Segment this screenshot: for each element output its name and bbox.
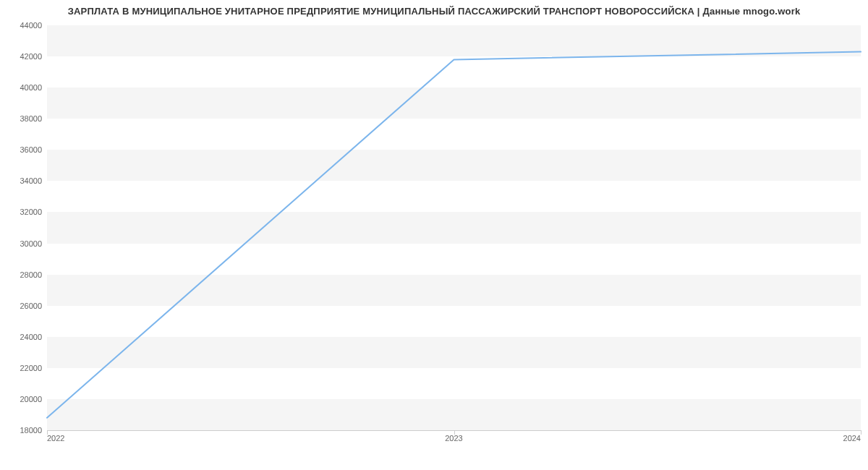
chart-container: ЗАРПЛАТА В МУНИЦИПАЛЬНОЕ УНИТАРНОЕ ПРЕДП…	[0, 0, 868, 470]
series-line	[47, 52, 861, 418]
y-tick-label: 40000	[6, 83, 42, 92]
plot-area	[47, 25, 861, 431]
y-tick-label: 38000	[6, 114, 42, 123]
chart-title: ЗАРПЛАТА В МУНИЦИПАЛЬНОЕ УНИТАРНОЕ ПРЕДП…	[0, 6, 868, 17]
y-tick-label: 32000	[6, 208, 42, 216]
y-tick-label: 34000	[6, 176, 42, 185]
y-tick-label: 26000	[6, 302, 42, 310]
y-tick-label: 18000	[6, 426, 42, 435]
y-tick-label: 28000	[6, 270, 42, 279]
y-tick-label: 22000	[6, 364, 42, 372]
x-tick-label: 2022	[47, 434, 64, 443]
y-tick-label: 24000	[6, 333, 42, 341]
y-tick-label: 30000	[6, 239, 42, 248]
y-tick-label: 36000	[6, 145, 42, 154]
x-tick-label: 2024	[839, 434, 861, 443]
x-tick-label: 2023	[443, 434, 465, 443]
y-tick-label: 20000	[6, 395, 42, 403]
x-tick	[861, 430, 861, 435]
y-tick-label: 44000	[6, 21, 42, 30]
line-series	[47, 25, 861, 430]
y-tick-label: 42000	[6, 52, 42, 61]
